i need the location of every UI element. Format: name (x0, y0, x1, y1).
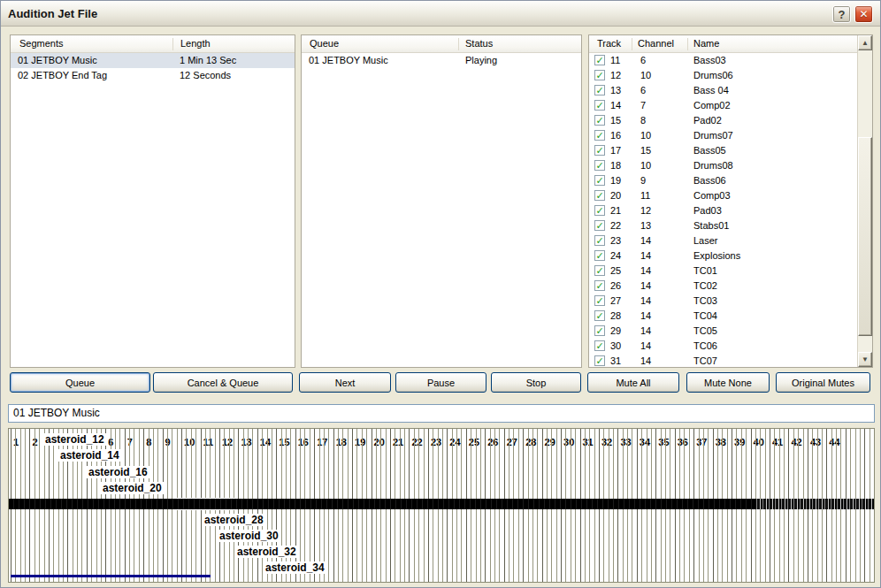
cancel-and-queue-button[interactable]: Cancel & Queue (153, 372, 293, 393)
track-name: Comp03 (693, 188, 731, 203)
queue-button[interactable]: Queue (10, 372, 150, 393)
track-checkbox[interactable]: ✓ (594, 160, 605, 171)
channel-column-header[interactable]: Channel (638, 38, 674, 49)
stop-button[interactable]: Stop (491, 372, 581, 393)
measure-number: 41 (771, 437, 784, 447)
track-row[interactable]: ✓3114TC07 (589, 354, 872, 368)
track-row[interactable]: ✓2314Laser (589, 233, 872, 248)
track-checkbox[interactable]: ✓ (594, 70, 605, 80)
track-row[interactable]: ✓2714TC03 (589, 294, 872, 309)
measure-number: 13 (240, 437, 252, 447)
length-column-header[interactable]: Length (180, 38, 211, 49)
queue-row[interactable]: 01 JETBOY MusicPlaying (302, 53, 581, 68)
track-row[interactable]: ✓1610Drums07 (589, 128, 872, 143)
track-name: Bass03 (693, 53, 726, 68)
mute-none-button[interactable]: Mute None (686, 372, 770, 393)
help-button[interactable]: ? (832, 5, 851, 23)
track-checkbox[interactable]: ✓ (594, 55, 605, 65)
original-mutes-button[interactable]: Original Mutes (776, 372, 870, 393)
measure-number: 24 (448, 437, 461, 447)
track-channel: 14 (640, 339, 651, 354)
event-label: asteroid_30 (218, 530, 280, 542)
track-row[interactable]: ✓2011Comp03 (589, 188, 872, 203)
track-checkbox[interactable]: ✓ (594, 205, 605, 216)
track-checkbox[interactable]: ✓ (594, 115, 605, 126)
track-checkbox[interactable]: ✓ (594, 325, 605, 336)
track-row[interactable]: ✓1810Drums08 (589, 158, 872, 173)
track-row[interactable]: ✓158Pad02 (589, 113, 872, 128)
track-checkbox[interactable]: ✓ (594, 310, 605, 321)
track-checkbox[interactable]: ✓ (594, 250, 605, 261)
track-row[interactable]: ✓2112Pad03 (589, 203, 872, 218)
track-row[interactable]: ✓199Bass06 (589, 173, 872, 188)
timeline[interactable]: 1234567891011121314151617181920212223242… (8, 428, 875, 583)
next-button[interactable]: Next (299, 372, 391, 393)
track-checkbox[interactable]: ✓ (594, 175, 605, 186)
mute-all-button[interactable]: Mute All (587, 372, 679, 393)
track-row[interactable]: ✓116Bass03 (589, 53, 872, 68)
track-channel: 12 (640, 203, 651, 218)
track-checkbox[interactable]: ✓ (594, 145, 605, 156)
segment-length: 1 Min 13 Sec (180, 53, 236, 68)
tracks-scrollbar[interactable]: ▲ ▼ (857, 35, 872, 367)
track-row[interactable]: ✓2914TC05 (589, 324, 872, 339)
track-checkbox[interactable]: ✓ (594, 100, 605, 111)
pause-button[interactable]: Pause (395, 372, 486, 393)
title-bar[interactable]: Audition Jet File ? ✕ (1, 1, 880, 27)
track-row[interactable]: ✓2514TC01 (589, 263, 872, 279)
segments-column-header[interactable]: Segments (19, 38, 64, 49)
segment-row[interactable]: 01 JETBOY Music1 Min 13 Sec (11, 53, 295, 68)
arrow-down-icon: ▼ (862, 355, 869, 363)
measure-number: 17 (316, 437, 328, 447)
track-checkbox[interactable]: ✓ (594, 130, 605, 141)
track-checkbox[interactable]: ✓ (594, 235, 605, 246)
event-label: asteroid_34 (264, 561, 326, 574)
queue-column-header[interactable]: Queue (310, 38, 339, 49)
track-number: 27 (610, 294, 621, 309)
track-channel: 6 (640, 83, 646, 98)
close-button[interactable]: ✕ (854, 5, 873, 23)
track-row[interactable]: ✓1210Drums06 (589, 68, 872, 83)
scroll-down-button[interactable]: ▼ (858, 352, 872, 367)
measure-number: 12 (221, 437, 234, 447)
event-label: asteroid_12 (43, 433, 106, 446)
track-checkbox[interactable]: ✓ (594, 190, 605, 201)
track-checkbox[interactable]: ✓ (594, 220, 605, 231)
track-row[interactable]: ✓1715Bass05 (589, 143, 872, 158)
track-checkbox[interactable]: ✓ (594, 265, 605, 276)
measure-number: 20 (373, 437, 386, 447)
measure-number: 37 (695, 437, 708, 447)
name-column-header[interactable]: Name (693, 38, 719, 49)
measure-number: 15 (278, 437, 290, 447)
track-checkbox[interactable]: ✓ (594, 340, 605, 351)
track-row[interactable]: ✓136Bass 04 (589, 83, 872, 98)
track-row[interactable]: ✓147Comp02 (589, 98, 872, 113)
queue-item-status: Playing (465, 53, 497, 68)
track-name: TC03 (693, 294, 717, 309)
track-checkbox[interactable]: ✓ (594, 295, 605, 306)
header-separator (458, 38, 459, 50)
track-number: 28 (610, 309, 621, 324)
track-row[interactable]: ✓2213Stabs01 (589, 218, 872, 233)
segment-row[interactable]: 02 JETBOY End Tag12 Seconds (11, 68, 295, 83)
scroll-up-button[interactable]: ▲ (858, 35, 872, 50)
track-channel: 14 (640, 354, 651, 368)
track-checkbox[interactable]: ✓ (594, 280, 605, 291)
track-checkbox[interactable]: ✓ (594, 85, 605, 95)
track-row[interactable]: ✓3014TC06 (589, 339, 872, 354)
track-row[interactable]: ✓2414Explosions (589, 248, 872, 263)
scrollbar-thumb[interactable] (858, 137, 872, 336)
track-row[interactable]: ✓2814TC04 (589, 309, 872, 324)
track-column-header[interactable]: Track (597, 38, 621, 49)
measure-number: 26 (486, 437, 499, 447)
track-number: 16 (610, 128, 621, 143)
measure-number: 21 (392, 437, 404, 447)
segments-panel: Segments Length 01 JETBOY Music1 Min 13 … (10, 34, 295, 368)
track-checkbox[interactable]: ✓ (594, 355, 605, 366)
tracks-list: ✓116Bass03✓1210Drums06✓136Bass 04✓147Com… (589, 53, 872, 368)
help-icon: ? (839, 8, 846, 21)
track-row[interactable]: ✓2614TC02 (589, 279, 872, 294)
status-column-header[interactable]: Status (465, 38, 493, 49)
track-name: Stabs01 (693, 218, 729, 233)
track-channel: 7 (640, 98, 646, 113)
